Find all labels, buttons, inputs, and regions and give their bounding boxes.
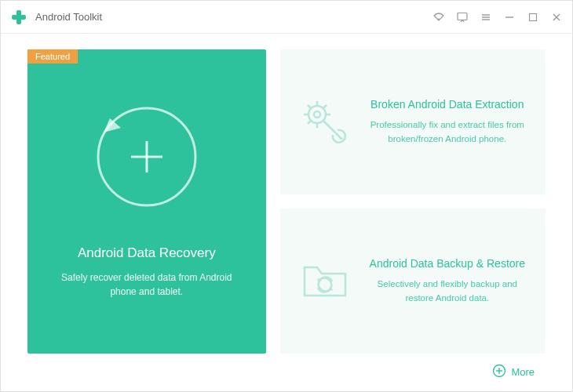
backup-text: Android Data Backup & Restore Selectivel… bbox=[363, 257, 531, 305]
folder-sync-icon bbox=[291, 248, 359, 315]
svg-rect-3 bbox=[458, 13, 467, 20]
right-column: Broken Android Data Extraction Professio… bbox=[280, 49, 546, 354]
extraction-text: Broken Android Data Extraction Professio… bbox=[363, 98, 531, 146]
svg-point-15 bbox=[308, 106, 326, 123]
recovery-title: Android Data Recovery bbox=[78, 245, 216, 261]
backup-desc: Selectively and flexibly backup and rest… bbox=[363, 278, 531, 305]
titlebar: Android Toolkit bbox=[1, 1, 572, 34]
app-title: Android Toolkit bbox=[35, 11, 432, 23]
svg-line-21 bbox=[308, 105, 311, 108]
more-button[interactable]: More bbox=[492, 364, 535, 380]
minimize-button[interactable] bbox=[503, 11, 516, 24]
svg-line-24 bbox=[308, 121, 311, 124]
content-area: Featured Android Data Recovery Safely re… bbox=[1, 34, 572, 354]
svg-line-22 bbox=[323, 121, 327, 124]
svg-point-2 bbox=[438, 18, 440, 20]
backup-title: Android Data Backup & Restore bbox=[363, 257, 531, 270]
feedback-icon[interactable] bbox=[456, 11, 469, 24]
recovery-icon bbox=[88, 98, 206, 216]
card-android-data-recovery[interactable]: Featured Android Data Recovery Safely re… bbox=[27, 49, 266, 354]
app-logo-icon bbox=[10, 9, 27, 26]
svg-rect-1 bbox=[12, 15, 26, 20]
card-android-backup-restore[interactable]: Android Data Backup & Restore Selectivel… bbox=[280, 209, 546, 354]
card-broken-android-extraction[interactable]: Broken Android Data Extraction Professio… bbox=[280, 49, 546, 194]
plus-circle-icon bbox=[492, 364, 506, 380]
svg-point-16 bbox=[314, 111, 320, 118]
menu-icon[interactable] bbox=[480, 11, 492, 24]
maximize-button[interactable] bbox=[527, 11, 539, 24]
more-label: More bbox=[511, 366, 535, 378]
extraction-title: Broken Android Data Extraction bbox=[363, 98, 531, 111]
app-window: Android Toolkit Featured bbox=[0, 0, 573, 392]
featured-badge: Featured bbox=[27, 49, 78, 64]
svg-rect-8 bbox=[530, 13, 537, 20]
svg-line-23 bbox=[323, 105, 327, 108]
extraction-desc: Professionally fix and extract files fro… bbox=[363, 118, 531, 146]
recovery-desc: Safely recover deleted data from Android… bbox=[27, 270, 266, 299]
close-button[interactable] bbox=[550, 11, 563, 24]
gear-wrench-icon bbox=[291, 89, 359, 156]
svg-marker-12 bbox=[104, 118, 121, 132]
window-controls bbox=[432, 11, 563, 24]
wifi-icon[interactable] bbox=[432, 11, 445, 24]
